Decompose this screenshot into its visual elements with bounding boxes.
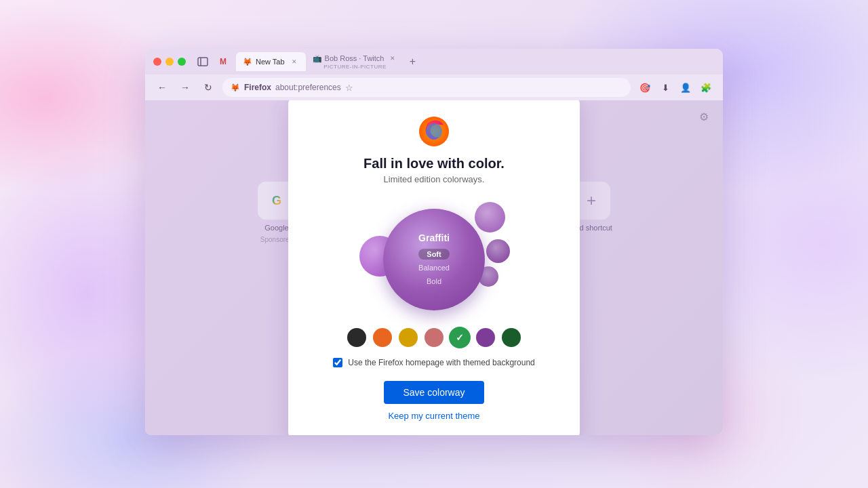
- tab-close-twitch[interactable]: ✕: [388, 54, 397, 63]
- swatch-dark-green[interactable]: [502, 328, 521, 347]
- main-sphere: Graffiti Soft Balanced Bold: [383, 209, 485, 310]
- pocket-icon[interactable]: 🎯: [636, 79, 654, 96]
- forward-button[interactable]: →: [176, 79, 194, 96]
- svg-point-3: [426, 123, 442, 140]
- address-url: about:preferences: [275, 83, 341, 92]
- color-swatches: ✓: [347, 328, 521, 347]
- svg-rect-0: [198, 58, 208, 66]
- tab-favicon-twitch: 📺: [313, 54, 322, 63]
- extensions-icon[interactable]: 🧩: [697, 79, 715, 96]
- tab-label-new: New Tab: [256, 58, 285, 66]
- deco-sphere-right-mid: [486, 239, 510, 263]
- sphere-option-bold[interactable]: Bold: [418, 276, 450, 287]
- checkbox-row: Use the Firefox homepage with themed bac…: [333, 358, 535, 367]
- nav-icons: 🎯 ⬇ 👤 🧩: [636, 79, 715, 96]
- sphere-option-balanced[interactable]: Balanced: [410, 262, 458, 273]
- download-icon[interactable]: ⬇: [656, 79, 674, 96]
- sphere-container: Graffiti Soft Balanced Bold: [353, 195, 515, 317]
- content-area: ⚙ G G Google Sponsored: [145, 100, 723, 435]
- account-icon[interactable]: 👤: [677, 79, 694, 96]
- tab-favicon-new: 🦊: [243, 58, 252, 66]
- sphere-colorway-name: Graffiti: [418, 232, 450, 243]
- colorway-modal: Fall in love with color. Limited edition…: [288, 100, 580, 435]
- swatch-yellow[interactable]: [399, 328, 418, 347]
- tabs-bar: 🦊 New Tab ✕ 📺 Bob Ross · Twitch ✕ PICTUR…: [236, 51, 715, 73]
- swatch-green[interactable]: ✓: [450, 328, 469, 347]
- modal-overlay: Fall in love with color. Limited edition…: [145, 100, 723, 435]
- title-bar: M 🦊 New Tab ✕ 📺 Bob Ross · Twitch ✕ PICT…: [145, 49, 723, 75]
- address-prefix: Firefox: [244, 83, 271, 92]
- keep-current-theme-link[interactable]: Keep my current theme: [388, 411, 479, 421]
- save-colorway-button[interactable]: Save colorway: [384, 381, 484, 404]
- sidebar-toggle-icon[interactable]: [195, 54, 210, 69]
- minimize-button[interactable]: [165, 58, 174, 66]
- tab-label-twitch: Bob Ross · Twitch: [325, 54, 384, 62]
- firefox-logo: [418, 115, 450, 148]
- pip-label: PICTURE-IN-PICTURE: [323, 64, 387, 70]
- swatch-dark[interactable]: [347, 328, 366, 347]
- nav-bar: ← → ↻ 🦊 Firefox about:preferences ☆ 🎯 ⬇ …: [145, 75, 723, 100]
- deco-sphere-right-top: [475, 202, 505, 232]
- themed-background-checkbox[interactable]: [333, 358, 342, 367]
- modal-title: Fall in love with color.: [363, 156, 505, 171]
- new-tab-button[interactable]: +: [404, 54, 420, 70]
- address-bar[interactable]: 🦊 Firefox about:preferences ☆: [222, 78, 631, 97]
- traffic-lights: [153, 58, 186, 66]
- back-button[interactable]: ←: [153, 79, 171, 96]
- sphere-option-soft[interactable]: Soft: [418, 249, 449, 260]
- swatch-purple[interactable]: [476, 328, 495, 347]
- swatch-orange[interactable]: [373, 328, 392, 347]
- gmail-icon[interactable]: M: [216, 54, 231, 69]
- close-button[interactable]: [153, 58, 161, 66]
- tab-close-new[interactable]: ✕: [290, 57, 299, 66]
- tab-new-tab[interactable]: 🦊 New Tab ✕: [236, 52, 306, 71]
- modal-subtitle: Limited edition colorways.: [384, 174, 485, 184]
- address-favicon: 🦊: [231, 83, 240, 92]
- maximize-button[interactable]: [178, 58, 186, 66]
- swatch-pink[interactable]: [425, 328, 443, 347]
- bookmark-star-icon[interactable]: ☆: [345, 83, 353, 93]
- checkbox-label: Use the Firefox homepage with themed bac…: [348, 358, 535, 367]
- browser-window: M 🦊 New Tab ✕ 📺 Bob Ross · Twitch ✕ PICT…: [145, 49, 723, 435]
- refresh-button[interactable]: ↻: [199, 79, 217, 96]
- tab-twitch[interactable]: 📺 Bob Ross · Twitch ✕ PICTURE-IN-PICTURE: [307, 51, 403, 73]
